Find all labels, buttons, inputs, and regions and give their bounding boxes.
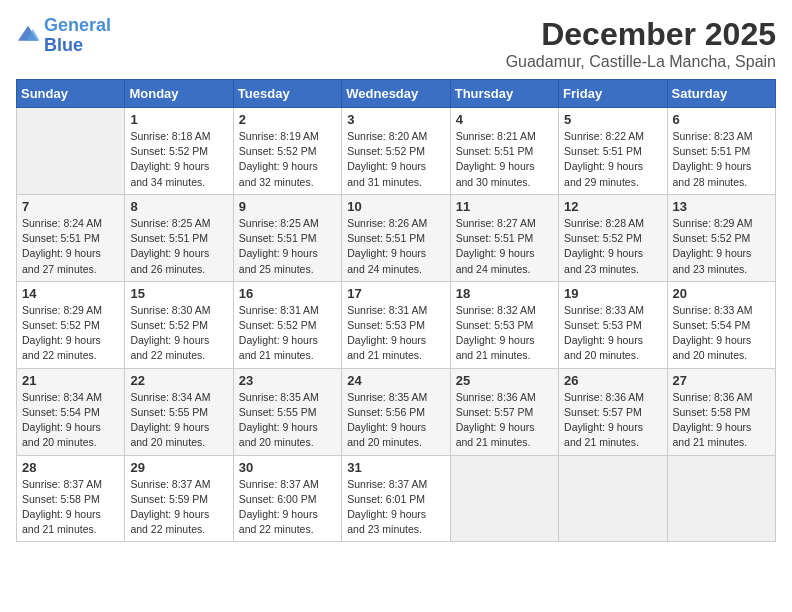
day-info: Sunrise: 8:35 AMSunset: 5:56 PMDaylight:… [347, 390, 444, 451]
day-info: Sunrise: 8:21 AMSunset: 5:51 PMDaylight:… [456, 129, 553, 190]
calendar-subtitle: Guadamur, Castille-La Mancha, Spain [506, 53, 776, 71]
day-info: Sunrise: 8:34 AMSunset: 5:55 PMDaylight:… [130, 390, 227, 451]
day-number: 4 [456, 112, 553, 127]
day-number: 5 [564, 112, 661, 127]
day-cell [667, 455, 775, 542]
day-cell: 24Sunrise: 8:35 AMSunset: 5:56 PMDayligh… [342, 368, 450, 455]
day-info: Sunrise: 8:37 AMSunset: 6:00 PMDaylight:… [239, 477, 336, 538]
day-number: 29 [130, 460, 227, 475]
weekday-wednesday: Wednesday [342, 80, 450, 108]
day-number: 1 [130, 112, 227, 127]
day-number: 22 [130, 373, 227, 388]
day-number: 11 [456, 199, 553, 214]
calendar-body: 1Sunrise: 8:18 AMSunset: 5:52 PMDaylight… [17, 108, 776, 542]
day-number: 25 [456, 373, 553, 388]
weekday-header-row: SundayMondayTuesdayWednesdayThursdayFrid… [17, 80, 776, 108]
day-cell: 21Sunrise: 8:34 AMSunset: 5:54 PMDayligh… [17, 368, 125, 455]
day-number: 23 [239, 373, 336, 388]
day-cell: 28Sunrise: 8:37 AMSunset: 5:58 PMDayligh… [17, 455, 125, 542]
day-cell: 20Sunrise: 8:33 AMSunset: 5:54 PMDayligh… [667, 281, 775, 368]
day-info: Sunrise: 8:28 AMSunset: 5:52 PMDaylight:… [564, 216, 661, 277]
day-info: Sunrise: 8:24 AMSunset: 5:51 PMDaylight:… [22, 216, 119, 277]
day-number: 15 [130, 286, 227, 301]
day-info: Sunrise: 8:37 AMSunset: 6:01 PMDaylight:… [347, 477, 444, 538]
day-cell: 16Sunrise: 8:31 AMSunset: 5:52 PMDayligh… [233, 281, 341, 368]
day-info: Sunrise: 8:36 AMSunset: 5:57 PMDaylight:… [456, 390, 553, 451]
day-cell: 2Sunrise: 8:19 AMSunset: 5:52 PMDaylight… [233, 108, 341, 195]
day-info: Sunrise: 8:33 AMSunset: 5:54 PMDaylight:… [673, 303, 770, 364]
calendar-table: SundayMondayTuesdayWednesdayThursdayFrid… [16, 79, 776, 542]
day-number: 27 [673, 373, 770, 388]
day-info: Sunrise: 8:35 AMSunset: 5:55 PMDaylight:… [239, 390, 336, 451]
day-info: Sunrise: 8:31 AMSunset: 5:52 PMDaylight:… [239, 303, 336, 364]
week-row-3: 14Sunrise: 8:29 AMSunset: 5:52 PMDayligh… [17, 281, 776, 368]
logo: General Blue [16, 16, 111, 56]
weekday-thursday: Thursday [450, 80, 558, 108]
day-cell: 31Sunrise: 8:37 AMSunset: 6:01 PMDayligh… [342, 455, 450, 542]
day-cell: 1Sunrise: 8:18 AMSunset: 5:52 PMDaylight… [125, 108, 233, 195]
day-number: 19 [564, 286, 661, 301]
day-cell: 27Sunrise: 8:36 AMSunset: 5:58 PMDayligh… [667, 368, 775, 455]
day-cell: 26Sunrise: 8:36 AMSunset: 5:57 PMDayligh… [559, 368, 667, 455]
day-cell: 30Sunrise: 8:37 AMSunset: 6:00 PMDayligh… [233, 455, 341, 542]
day-info: Sunrise: 8:37 AMSunset: 5:59 PMDaylight:… [130, 477, 227, 538]
day-number: 28 [22, 460, 119, 475]
day-cell [559, 455, 667, 542]
day-info: Sunrise: 8:22 AMSunset: 5:51 PMDaylight:… [564, 129, 661, 190]
day-cell: 18Sunrise: 8:32 AMSunset: 5:53 PMDayligh… [450, 281, 558, 368]
day-number: 13 [673, 199, 770, 214]
day-number: 26 [564, 373, 661, 388]
day-cell: 19Sunrise: 8:33 AMSunset: 5:53 PMDayligh… [559, 281, 667, 368]
day-cell: 25Sunrise: 8:36 AMSunset: 5:57 PMDayligh… [450, 368, 558, 455]
day-cell: 4Sunrise: 8:21 AMSunset: 5:51 PMDaylight… [450, 108, 558, 195]
day-info: Sunrise: 8:33 AMSunset: 5:53 PMDaylight:… [564, 303, 661, 364]
day-number: 17 [347, 286, 444, 301]
day-info: Sunrise: 8:30 AMSunset: 5:52 PMDaylight:… [130, 303, 227, 364]
day-number: 16 [239, 286, 336, 301]
weekday-tuesday: Tuesday [233, 80, 341, 108]
day-info: Sunrise: 8:27 AMSunset: 5:51 PMDaylight:… [456, 216, 553, 277]
week-row-1: 1Sunrise: 8:18 AMSunset: 5:52 PMDaylight… [17, 108, 776, 195]
week-row-4: 21Sunrise: 8:34 AMSunset: 5:54 PMDayligh… [17, 368, 776, 455]
day-number: 20 [673, 286, 770, 301]
day-cell: 14Sunrise: 8:29 AMSunset: 5:52 PMDayligh… [17, 281, 125, 368]
day-info: Sunrise: 8:36 AMSunset: 5:57 PMDaylight:… [564, 390, 661, 451]
day-info: Sunrise: 8:23 AMSunset: 5:51 PMDaylight:… [673, 129, 770, 190]
day-number: 12 [564, 199, 661, 214]
logo-text: General Blue [44, 16, 111, 56]
logo-icon [16, 24, 40, 44]
day-number: 2 [239, 112, 336, 127]
day-number: 9 [239, 199, 336, 214]
day-number: 21 [22, 373, 119, 388]
day-info: Sunrise: 8:29 AMSunset: 5:52 PMDaylight:… [673, 216, 770, 277]
day-info: Sunrise: 8:19 AMSunset: 5:52 PMDaylight:… [239, 129, 336, 190]
day-info: Sunrise: 8:26 AMSunset: 5:51 PMDaylight:… [347, 216, 444, 277]
day-info: Sunrise: 8:29 AMSunset: 5:52 PMDaylight:… [22, 303, 119, 364]
weekday-sunday: Sunday [17, 80, 125, 108]
weekday-friday: Friday [559, 80, 667, 108]
day-cell: 9Sunrise: 8:25 AMSunset: 5:51 PMDaylight… [233, 194, 341, 281]
day-cell: 29Sunrise: 8:37 AMSunset: 5:59 PMDayligh… [125, 455, 233, 542]
day-number: 14 [22, 286, 119, 301]
day-cell: 12Sunrise: 8:28 AMSunset: 5:52 PMDayligh… [559, 194, 667, 281]
day-number: 3 [347, 112, 444, 127]
day-cell: 3Sunrise: 8:20 AMSunset: 5:52 PMDaylight… [342, 108, 450, 195]
day-number: 10 [347, 199, 444, 214]
day-info: Sunrise: 8:25 AMSunset: 5:51 PMDaylight:… [239, 216, 336, 277]
day-cell: 5Sunrise: 8:22 AMSunset: 5:51 PMDaylight… [559, 108, 667, 195]
title-block: December 2025 Guadamur, Castille-La Manc… [506, 16, 776, 71]
day-cell: 6Sunrise: 8:23 AMSunset: 5:51 PMDaylight… [667, 108, 775, 195]
day-cell: 23Sunrise: 8:35 AMSunset: 5:55 PMDayligh… [233, 368, 341, 455]
calendar-title: December 2025 [506, 16, 776, 53]
week-row-5: 28Sunrise: 8:37 AMSunset: 5:58 PMDayligh… [17, 455, 776, 542]
day-number: 6 [673, 112, 770, 127]
day-info: Sunrise: 8:34 AMSunset: 5:54 PMDaylight:… [22, 390, 119, 451]
day-info: Sunrise: 8:37 AMSunset: 5:58 PMDaylight:… [22, 477, 119, 538]
weekday-monday: Monday [125, 80, 233, 108]
day-number: 8 [130, 199, 227, 214]
day-info: Sunrise: 8:25 AMSunset: 5:51 PMDaylight:… [130, 216, 227, 277]
day-cell [450, 455, 558, 542]
day-number: 24 [347, 373, 444, 388]
day-number: 7 [22, 199, 119, 214]
day-info: Sunrise: 8:31 AMSunset: 5:53 PMDaylight:… [347, 303, 444, 364]
